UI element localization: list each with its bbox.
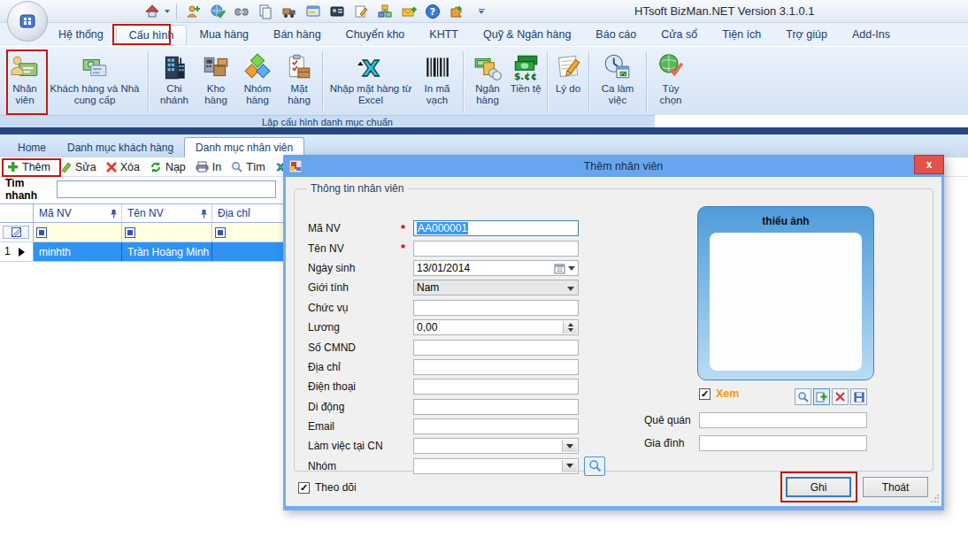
gioi-tinh-combobox[interactable]: Nam: [413, 280, 579, 295]
ribbon-button-in-ma-vach[interactable]: In mã vạch: [415, 49, 459, 115]
menu-tab-cau-hinh[interactable]: Cấu hình: [116, 25, 188, 45]
chuc-vu-input[interactable]: [413, 300, 579, 316]
view-checkbox[interactable]: ✓: [699, 388, 711, 400]
menu-tab-mua-hang[interactable]: Mua hàng: [187, 25, 261, 44]
add-button[interactable]: Thêm: [4, 159, 57, 175]
filter-cell-dia-chi[interactable]: [212, 223, 284, 242]
column-header-dia-chi[interactable]: Địa chỉ: [212, 204, 284, 222]
binoculars-icon[interactable]: [231, 2, 252, 21]
ribbon-button-chi-nhanh[interactable]: Chi nhánh: [152, 49, 196, 115]
pin-icon[interactable]: [200, 209, 208, 219]
menu-tab-chuyen-kho[interactable]: Chuyển kho: [334, 25, 418, 44]
dialog-title-bar[interactable]: Thêm nhân viên x: [283, 155, 944, 177]
ngay-sinh-datepicker[interactable]: 13/01/2014: [413, 260, 579, 276]
filter-cell-ten-nv[interactable]: [122, 223, 212, 242]
menu-tab-ban-hang[interactable]: Bán hàng: [261, 25, 334, 44]
ribbon-button-tien-te[interactable]: $.¢¢ Tiền tệ: [508, 49, 543, 115]
add-user-icon[interactable]: [183, 2, 204, 21]
ribbon-button-nhap-excel[interactable]: X Nhập mặt hàng từ Excel: [327, 49, 415, 115]
photo-add-button[interactable]: [813, 388, 830, 405]
cell-dia-chi[interactable]: [212, 242, 284, 261]
toolbar-overflow-button[interactable]: [477, 9, 486, 14]
menu-tab-he-thong[interactable]: Hệ thống: [46, 25, 116, 44]
delete-button[interactable]: Xóa: [103, 159, 146, 175]
follow-checkbox[interactable]: ✓: [298, 482, 310, 494]
ribbon-button-tuy-chon[interactable]: Tùy chọn: [650, 49, 691, 115]
home-icon[interactable]: [142, 2, 163, 21]
column-header-ma-nv[interactable]: Mã NV: [34, 204, 122, 222]
chevron-down-icon[interactable]: [568, 266, 575, 271]
lam-viec-tai-cn-combobox[interactable]: [413, 438, 579, 454]
ribbon-button-ngan-hang[interactable]: Ngân hàng: [467, 49, 508, 115]
photo-area[interactable]: [710, 233, 862, 371]
row-header[interactable]: 1: [0, 242, 34, 261]
dialog-close-button[interactable]: x: [914, 155, 944, 174]
nhom-combobox[interactable]: [413, 458, 579, 474]
ribbon-button-kho-hang[interactable]: Kho hàng: [196, 49, 235, 115]
di-dong-input[interactable]: [413, 399, 579, 415]
clear-filter-button[interactable]: [3, 226, 29, 239]
column-header-ten-nv[interactable]: Tên NV: [122, 204, 212, 222]
photo-save-button[interactable]: [850, 388, 867, 405]
menu-tab-khtt[interactable]: KHTT: [417, 25, 471, 44]
globe-check-icon[interactable]: [207, 2, 228, 21]
save-button[interactable]: Ghi: [786, 477, 851, 497]
combo-dropdown-button[interactable]: [562, 460, 577, 472]
filter-box-icon[interactable]: [215, 227, 226, 238]
ribbon-button-mat-hang[interactable]: Mặt hàng: [280, 49, 319, 115]
card-window-icon[interactable]: [303, 2, 324, 21]
addins-puzzle-icon[interactable]: [446, 2, 467, 21]
quick-search-input[interactable]: [57, 180, 276, 198]
menu-tab-tro-giup[interactable]: Trợ giúp: [773, 25, 840, 44]
cell-ten-nv[interactable]: Trần Hoàng Minh: [122, 242, 212, 261]
cell-ma-nv[interactable]: minhth: [34, 242, 122, 261]
find-button[interactable]: Tìm: [227, 159, 272, 175]
ma-nv-input[interactable]: AA000001: [413, 220, 579, 236]
luong-spinner[interactable]: 0,00: [413, 319, 579, 335]
ten-nv-input[interactable]: [413, 241, 579, 257]
filter-cell-ma-nv[interactable]: [34, 223, 122, 242]
nhom-search-button[interactable]: [584, 456, 605, 476]
menu-tab-bao-cao[interactable]: Báo cáo: [583, 25, 649, 44]
photo-delete-button[interactable]: [832, 388, 849, 405]
grid-row-selected[interactable]: 1 minhth Trần Hoàng Minh: [0, 242, 284, 262]
dien-thoai-input[interactable]: [413, 379, 579, 395]
ribbon-button-ly-do[interactable]: Lý do: [551, 49, 585, 115]
menu-tab-add-ins[interactable]: Add-Ins: [840, 25, 903, 44]
ribbon-button-nhom-hang[interactable]: Nhóm hàng: [235, 49, 280, 115]
contact-card-icon[interactable]: [327, 2, 348, 21]
home-dropdown-icon[interactable]: [165, 10, 170, 13]
menu-tab-cua-so[interactable]: Cửa sổ: [649, 25, 710, 44]
photo-zoom-button[interactable]: [795, 388, 811, 405]
so-cmnd-input[interactable]: [413, 340, 579, 356]
edit-button[interactable]: Sửa: [57, 159, 103, 175]
exit-button[interactable]: Thoát: [863, 477, 928, 497]
ribbon-button-khach-hang-ncc[interactable]: Khách hàng và Nhà cung cấp: [45, 49, 144, 115]
ribbon-button-ca-lam-viec[interactable]: Ca làm việc: [593, 49, 642, 115]
spinner-buttons[interactable]: [563, 321, 577, 334]
menu-tab-quy-ngan-hang[interactable]: Quỹ & Ngân hàng: [471, 25, 583, 44]
filter-box-icon[interactable]: [125, 227, 135, 238]
edit-page-icon[interactable]: [350, 2, 372, 21]
ribbon-button-nhan-vien[interactable]: Nhân viên: [4, 49, 45, 115]
send-mail-icon[interactable]: [398, 2, 419, 21]
dia-chi-input[interactable]: [413, 359, 579, 375]
hometown-input[interactable]: [699, 412, 867, 428]
help-icon[interactable]: ?: [422, 2, 443, 21]
org-chart-icon[interactable]: [374, 2, 396, 21]
combo-dropdown-button[interactable]: [562, 440, 577, 452]
filter-box-icon[interactable]: [36, 227, 47, 238]
print-button[interactable]: In: [192, 159, 227, 175]
email-input[interactable]: [413, 418, 579, 434]
reload-button[interactable]: Nạp: [146, 159, 192, 175]
doc-tab-danh-muc-khach-hang[interactable]: Danh mục khách hàng: [57, 138, 184, 157]
copy-pages-icon[interactable]: [255, 2, 276, 21]
pin-icon[interactable]: [110, 209, 118, 219]
menu-tab-tien-ich[interactable]: Tiện ích: [710, 25, 773, 44]
grid-corner-cell[interactable]: [0, 204, 34, 222]
app-menu-button[interactable]: [7, 1, 48, 42]
forklift-icon[interactable]: [279, 2, 300, 21]
calendar-icon[interactable]: [554, 263, 565, 274]
doc-tab-home[interactable]: Home: [7, 138, 57, 157]
family-input[interactable]: [699, 435, 867, 451]
